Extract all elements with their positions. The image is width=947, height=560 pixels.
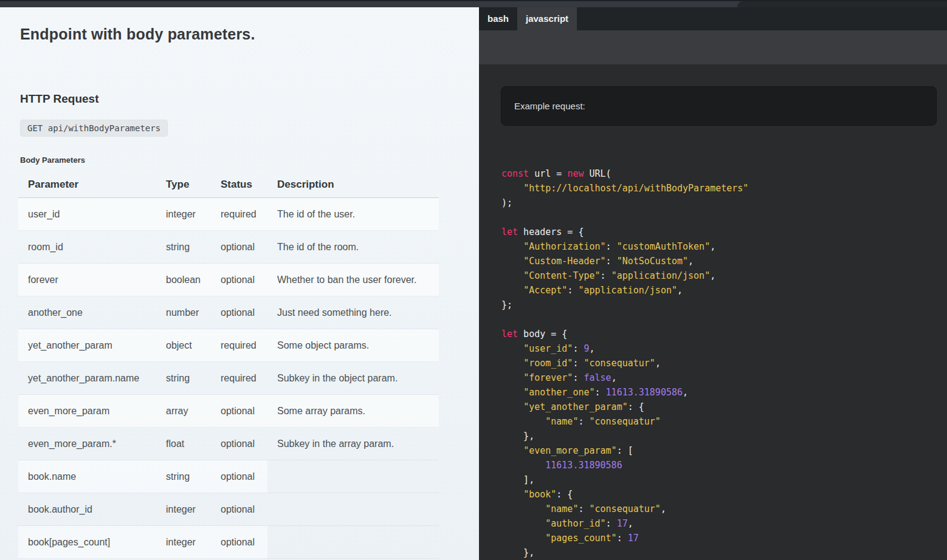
- parameter-cell: forever: [18, 264, 156, 296]
- code-line: "Custom-Header": "NotSoCustom",: [501, 254, 940, 268]
- parameter-cell: room_id: [18, 231, 156, 264]
- description-cell: Subkey in the object param.: [267, 362, 439, 395]
- parameter-cell: yet_another_param.name: [18, 362, 156, 395]
- status-cell: required: [211, 362, 267, 395]
- code-line: "Content-Type": "application/json",: [501, 268, 940, 283]
- table-header-row: Parameter Type Status Description: [18, 175, 439, 198]
- parameter-cell: even_more_param.*: [18, 428, 156, 460]
- status-cell: optional: [211, 526, 267, 559]
- code-line: );: [501, 196, 940, 210]
- status-cell: required: [211, 329, 267, 362]
- column-header-parameter: Parameter: [18, 175, 156, 198]
- top-strip-right-segment: [737, 1, 947, 7]
- parameter-cell: user_id: [18, 198, 156, 231]
- table-row: even_more_paramarrayoptionalSome array p…: [18, 395, 439, 428]
- description-cell: Subkey in the array param.: [267, 428, 439, 460]
- docs-content-panel: Endpoint with body parameters. HTTP Requ…: [0, 7, 479, 560]
- http-request-heading: HTTP Request: [20, 92, 99, 106]
- code-line: "pages_count": 17: [501, 531, 940, 545]
- code-line: },: [501, 545, 940, 560]
- table-row: book.namestringoptional: [18, 460, 439, 493]
- type-cell: string: [156, 231, 211, 264]
- code-line: "name": "consequatur": [501, 414, 940, 429]
- code-line: "user_id": 9,: [501, 341, 940, 356]
- code-line: const url = new URL(: [501, 166, 940, 181]
- code-line: "book": {: [501, 487, 940, 502]
- description-cell: Some object params.: [267, 329, 439, 362]
- code-line: 11613.31890586: [501, 458, 940, 473]
- status-cell: optional: [211, 428, 267, 460]
- type-cell: string: [156, 460, 211, 493]
- body-parameters-rows: user_idintegerrequiredThe id of the user…: [18, 198, 439, 559]
- status-cell: optional: [211, 296, 267, 329]
- type-cell: float: [156, 428, 211, 460]
- parameter-cell: even_more_param: [18, 395, 156, 428]
- table-row: book[pages_count]integeroptional: [18, 526, 439, 559]
- table-row: user_idintegerrequiredThe id of the user…: [18, 198, 439, 231]
- code-line: };: [501, 298, 940, 312]
- status-cell: required: [211, 198, 267, 231]
- status-cell: optional: [211, 231, 267, 264]
- table-row: yet_another_paramobjectrequiredSome obje…: [18, 329, 439, 362]
- parameter-cell: yet_another_param: [18, 329, 156, 362]
- code-block: const url = new URL( "http://localhost/a…: [501, 166, 940, 560]
- description-cell: Just need something here.: [267, 296, 439, 329]
- code-line: let body = {: [501, 327, 940, 341]
- parameter-cell: book[pages_count]: [18, 526, 156, 559]
- description-cell: The id of the user.: [267, 198, 439, 231]
- type-cell: object: [156, 329, 211, 362]
- example-request-box: Example request:: [501, 86, 937, 126]
- status-cell: optional: [211, 264, 267, 296]
- column-header-status: Status: [211, 175, 267, 198]
- code-line: "name": "consequatur",: [501, 502, 940, 516]
- language-tab-bar: bash javascript: [479, 7, 947, 30]
- body-parameters-label: Body Parameters: [20, 155, 85, 165]
- type-cell: number: [156, 296, 211, 329]
- code-examples-panel: bash javascript Example request: const u…: [479, 7, 947, 560]
- description-cell: [267, 526, 439, 559]
- table-row: yet_another_param.namestringrequiredSubk…: [18, 362, 439, 395]
- type-cell: string: [156, 362, 211, 395]
- description-cell: [267, 460, 439, 493]
- code-line: [501, 312, 940, 327]
- code-line: "Authorization": "customAuthToken",: [501, 239, 940, 254]
- type-cell: array: [156, 395, 211, 428]
- description-cell: The id of the room.: [267, 231, 439, 264]
- code-line: ],: [501, 473, 940, 487]
- code-line: "room_id": "consequatur",: [501, 356, 940, 370]
- table-row: book.author_idintegeroptional: [18, 493, 439, 526]
- code-line: "http://localhost/api/withBodyParameters…: [501, 181, 940, 196]
- description-cell: Some array params.: [267, 395, 439, 428]
- column-header-description: Description: [267, 175, 439, 198]
- tab-bash[interactable]: bash: [479, 7, 517, 30]
- type-cell: boolean: [156, 264, 211, 296]
- type-cell: integer: [156, 526, 211, 559]
- table-row: foreverbooleanoptionalWhether to ban the…: [18, 264, 439, 296]
- status-cell: optional: [211, 395, 267, 428]
- tab-javascript[interactable]: javascript: [517, 7, 577, 30]
- column-header-type: Type: [156, 175, 211, 198]
- code-line: [501, 210, 940, 225]
- body-parameters-table: Parameter Type Status Description user_i…: [18, 175, 439, 559]
- tab-bar-band: [479, 30, 947, 64]
- code-line: "another_one": 11613.31890586,: [501, 385, 940, 400]
- code-line: "even_more_param": [: [501, 443, 940, 458]
- endpoint-method-path: GET api/withBodyParameters: [20, 120, 168, 137]
- page-title: Endpoint with body parameters.: [20, 26, 255, 43]
- description-cell: [267, 493, 439, 526]
- example-request-label: Example request:: [514, 101, 585, 111]
- code-line: "yet_another_param": {: [501, 400, 940, 414]
- top-strip: [0, 0, 947, 7]
- table-row: room_idstringoptionalThe id of the room.: [18, 231, 439, 264]
- parameter-cell: another_one: [18, 296, 156, 329]
- code-line: "author_id": 17,: [501, 516, 940, 531]
- parameter-cell: book.name: [18, 460, 156, 493]
- table-row: another_onenumberoptionalJust need somet…: [18, 296, 439, 329]
- code-line: },: [501, 429, 940, 443]
- description-cell: Whether to ban the user forever.: [267, 264, 439, 296]
- table-row: even_more_param.*floatoptionalSubkey in …: [18, 428, 439, 460]
- code-line: let headers = {: [501, 225, 940, 239]
- parameter-cell: book.author_id: [18, 493, 156, 526]
- type-cell: integer: [156, 198, 211, 231]
- code-line: "Accept": "application/json",: [501, 283, 940, 298]
